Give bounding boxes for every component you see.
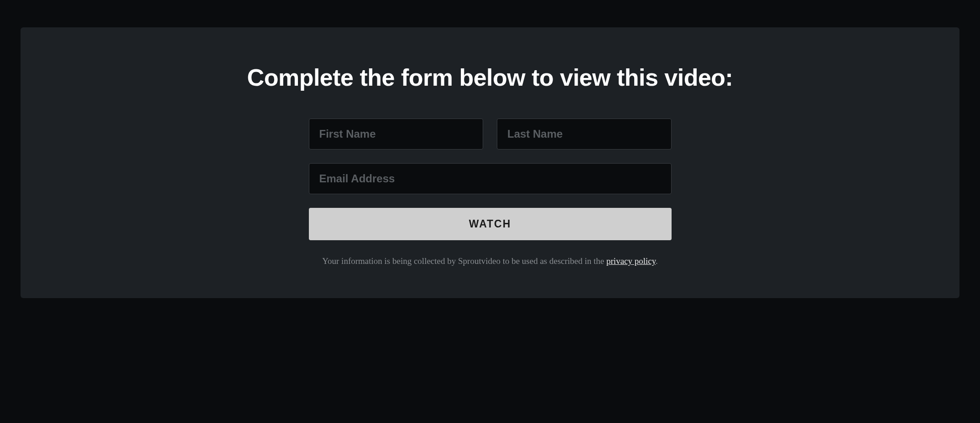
name-row xyxy=(309,119,672,150)
first-name-input[interactable] xyxy=(309,119,484,150)
watch-button[interactable]: WATCH xyxy=(309,208,672,240)
email-input[interactable] xyxy=(309,163,672,194)
form-container: WATCH Your information is being collecte… xyxy=(309,119,672,266)
disclaimer-text: Your information is being collected by S… xyxy=(309,256,672,266)
form-heading: Complete the form below to view this vid… xyxy=(48,64,932,91)
privacy-policy-link[interactable]: privacy policy xyxy=(606,256,656,266)
disclaimer-before: Your information is being collected by S… xyxy=(322,256,606,266)
email-row xyxy=(309,163,672,194)
form-card: Complete the form below to view this vid… xyxy=(21,27,959,298)
last-name-input[interactable] xyxy=(497,119,672,150)
disclaimer-after: . xyxy=(656,256,658,266)
